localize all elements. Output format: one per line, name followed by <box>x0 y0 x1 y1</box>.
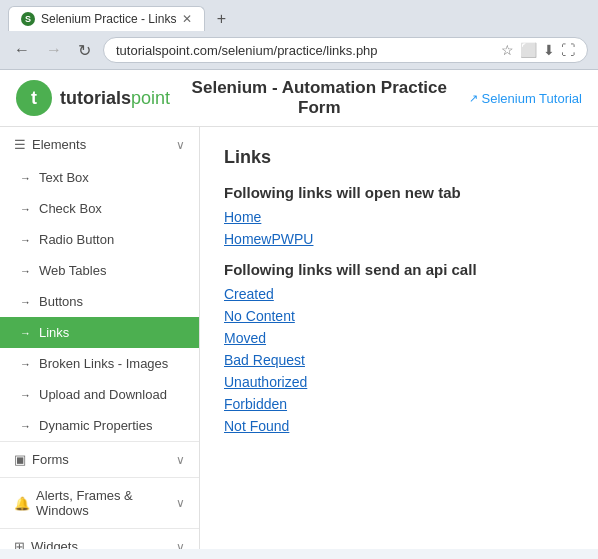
tutorial-link-text: Selenium Tutorial <box>482 91 582 106</box>
widgets-section: ⊞ Widgets ∨ <box>0 529 199 549</box>
link-no-content[interactable]: No Content <box>224 308 574 324</box>
forms-icon: ▣ <box>14 452 26 467</box>
link-moved[interactable]: Moved <box>224 330 574 346</box>
logo-bold: tutorials <box>60 88 131 108</box>
api-call-group: Following links will send an api call Cr… <box>224 261 574 434</box>
buttons-label: Buttons <box>39 294 83 309</box>
upload-download-label: Upload and Download <box>39 387 167 402</box>
elements-section-header[interactable]: ☰ Elements ∨ <box>0 127 199 162</box>
address-text: tutorialspoint.com/selenium/practice/lin… <box>116 43 493 58</box>
elements-section: ☰ Elements ∨ → Text Box → Check Box → Ra… <box>0 127 199 442</box>
logo: t tutorialspoint <box>16 80 170 116</box>
broken-links-label: Broken Links - Images <box>39 356 168 371</box>
forms-label: Forms <box>32 452 176 467</box>
elements-chevron: ∨ <box>176 138 185 152</box>
bookmark-icon[interactable]: ☆ <box>501 42 514 58</box>
arrow-icon: → <box>20 203 31 215</box>
arrow-icon: → <box>20 172 31 184</box>
header-title: Selenium - Automation Practice Form <box>186 78 452 118</box>
logo-icon: t <box>16 80 52 116</box>
link-homewpwpu[interactable]: HomewPWPU <box>224 231 574 247</box>
sidebar-item-upload-download[interactable]: → Upload and Download <box>0 379 199 410</box>
widgets-label: Widgets <box>31 539 176 549</box>
logo-light: point <box>131 88 170 108</box>
arrow-icon: → <box>20 358 31 370</box>
link-home[interactable]: Home <box>224 209 574 225</box>
sidebar-item-buttons[interactable]: → Buttons <box>0 286 199 317</box>
sidebar-item-broken-links[interactable]: → Broken Links - Images <box>0 348 199 379</box>
sidebar-item-web-tables[interactable]: → Web Tables <box>0 255 199 286</box>
download-icon[interactable]: ⬇ <box>543 42 555 58</box>
address-icons: ☆ ⬜ ⬇ ⛶ <box>501 42 575 58</box>
forms-chevron: ∨ <box>176 453 185 467</box>
web-tables-label: Web Tables <box>39 263 106 278</box>
new-tab-heading: Following links will open new tab <box>224 184 574 201</box>
sidebar: ☰ Elements ∨ → Text Box → Check Box → Ra… <box>0 127 200 549</box>
share-icon[interactable]: ⬜ <box>520 42 537 58</box>
widgets-icon: ⊞ <box>14 539 25 549</box>
widgets-chevron: ∨ <box>176 540 185 550</box>
content-area: Links Following links will open new tab … <box>200 127 598 549</box>
check-box-label: Check Box <box>39 201 102 216</box>
forward-button[interactable]: → <box>42 39 66 61</box>
arrow-icon: → <box>20 265 31 277</box>
alerts-label: Alerts, Frames & Windows <box>36 488 176 518</box>
tab-title: Selenium Practice - Links <box>41 12 176 26</box>
tab-bar: Selenium Practice - Links ✕ + <box>0 0 598 31</box>
content-title: Links <box>224 147 574 168</box>
address-bar-row: ← → ↻ tutorialspoint.com/selenium/practi… <box>0 31 598 69</box>
alerts-icon: 🔔 <box>14 496 30 511</box>
sidebar-item-links[interactable]: → Links <box>0 317 199 348</box>
back-button[interactable]: ← <box>10 39 34 61</box>
api-heading: Following links will send an api call <box>224 261 574 278</box>
arrow-icon: → <box>20 420 31 432</box>
sidebar-item-dynamic-properties[interactable]: → Dynamic Properties <box>0 410 199 441</box>
widgets-section-header[interactable]: ⊞ Widgets ∨ <box>0 529 199 549</box>
tab-favicon <box>21 12 35 26</box>
arrow-icon: → <box>20 327 31 339</box>
radio-button-label: Radio Button <box>39 232 114 247</box>
dynamic-properties-label: Dynamic Properties <box>39 418 152 433</box>
sidebar-item-text-box[interactable]: → Text Box <box>0 162 199 193</box>
elements-label: Elements <box>32 137 176 152</box>
arrow-icon: → <box>20 389 31 401</box>
tutorial-link[interactable]: ↗ Selenium Tutorial <box>469 91 582 106</box>
forms-section-header[interactable]: ▣ Forms ∨ <box>0 442 199 477</box>
sidebar-item-radio-button[interactable]: → Radio Button <box>0 224 199 255</box>
address-bar[interactable]: tutorialspoint.com/selenium/practice/lin… <box>103 37 588 63</box>
active-tab[interactable]: Selenium Practice - Links ✕ <box>8 6 205 31</box>
alerts-chevron: ∨ <box>176 496 185 510</box>
text-box-label: Text Box <box>39 170 89 185</box>
browser-chrome: Selenium Practice - Links ✕ + ← → ↻ tuto… <box>0 0 598 70</box>
alerts-section: 🔔 Alerts, Frames & Windows ∨ <box>0 478 199 529</box>
external-link-icon: ↗ <box>469 92 478 105</box>
link-unauthorized[interactable]: Unauthorized <box>224 374 574 390</box>
new-tab-button[interactable]: + <box>209 7 233 31</box>
sidebar-item-check-box[interactable]: → Check Box <box>0 193 199 224</box>
fullscreen-icon[interactable]: ⛶ <box>561 42 575 58</box>
arrow-icon: → <box>20 234 31 246</box>
forms-section: ▣ Forms ∨ <box>0 442 199 478</box>
logo-text: tutorialspoint <box>60 88 170 109</box>
page: t tutorialspoint Selenium - Automation P… <box>0 70 598 549</box>
arrow-icon: → <box>20 296 31 308</box>
links-label: Links <box>39 325 69 340</box>
alerts-section-header[interactable]: 🔔 Alerts, Frames & Windows ∨ <box>0 478 199 528</box>
reload-button[interactable]: ↻ <box>74 39 95 62</box>
main-layout: ☰ Elements ∨ → Text Box → Check Box → Ra… <box>0 127 598 549</box>
link-bad-request[interactable]: Bad Request <box>224 352 574 368</box>
link-not-found[interactable]: Not Found <box>224 418 574 434</box>
link-created[interactable]: Created <box>224 286 574 302</box>
link-forbidden[interactable]: Forbidden <box>224 396 574 412</box>
tab-close-button[interactable]: ✕ <box>182 12 192 26</box>
elements-icon: ☰ <box>14 137 26 152</box>
site-header: t tutorialspoint Selenium - Automation P… <box>0 70 598 127</box>
new-tab-group: Following links will open new tab Home H… <box>224 184 574 247</box>
